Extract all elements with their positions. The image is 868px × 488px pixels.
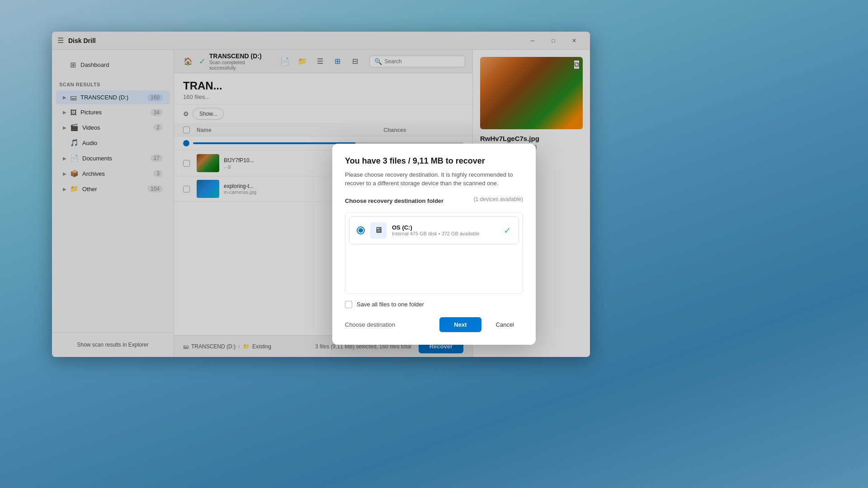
dialog-devices-available: (1 devices available) xyxy=(474,196,523,202)
dest-detail-c: Internal 475 GB disk • 372 GB available xyxy=(392,231,498,236)
next-button[interactable]: Next xyxy=(439,317,481,332)
dest-name-c: OS (C:) xyxy=(392,224,498,231)
destination-list: 🖥 OS (C:) Internal 475 GB disk • 372 GB … xyxy=(345,212,523,294)
save-to-folder-checkbox[interactable] xyxy=(345,301,352,308)
dialog-footer: Choose destination Next Cancel xyxy=(345,317,523,332)
windows-drive-icon: 🖥 xyxy=(374,225,382,235)
recovery-dialog: You have 3 files / 9,11 MB to recover Pl… xyxy=(332,144,536,345)
save-to-folder-row: Save all files to one folder xyxy=(345,301,523,308)
dialog-section-label: Choose recovery destination folder xyxy=(345,197,443,204)
radio-button-c[interactable] xyxy=(357,226,365,235)
dialog-description: Please choose recovery destination. It i… xyxy=(345,170,523,188)
drive-icon-c: 🖥 xyxy=(370,222,387,239)
choose-destination-link[interactable]: Choose destination xyxy=(345,321,434,328)
dialog-title: You have 3 files / 9,11 MB to recover xyxy=(345,156,523,166)
dialog-overlay: You have 3 files / 9,11 MB to recover Pl… xyxy=(0,0,868,488)
dest-info-c: OS (C:) Internal 475 GB disk • 372 GB av… xyxy=(392,224,498,236)
save-to-folder-label: Save all files to one folder xyxy=(357,301,424,308)
cancel-button[interactable]: Cancel xyxy=(487,317,523,332)
dest-check-icon: ✓ xyxy=(504,225,511,236)
destination-option-c[interactable]: 🖥 OS (C:) Internal 475 GB disk • 372 GB … xyxy=(349,216,519,244)
